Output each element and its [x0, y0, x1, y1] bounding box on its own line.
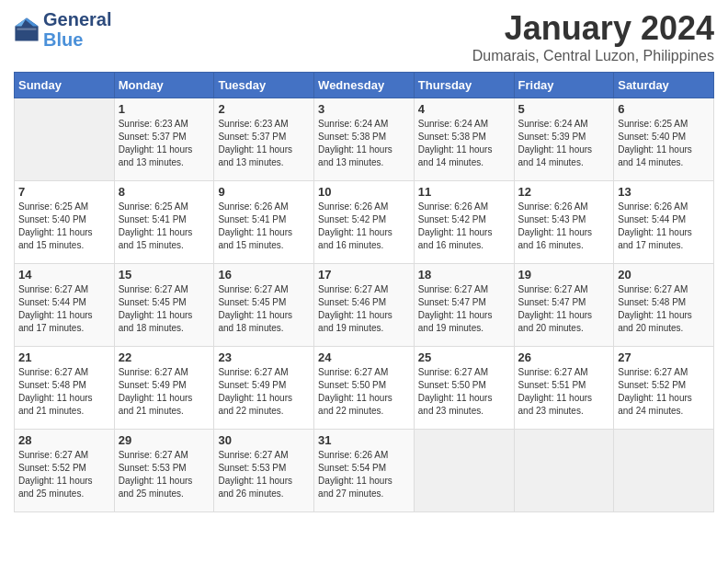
- calendar-week-3: 14Sunrise: 6:27 AMSunset: 5:44 PMDayligh…: [15, 264, 714, 347]
- cell-info: Sunset: 5:51 PM: [518, 379, 610, 392]
- calendar-cell: [514, 430, 614, 512]
- cell-info: Daylight: 11 hours: [119, 475, 210, 488]
- cell-info: Daylight: 11 hours: [518, 392, 610, 405]
- day-number: 21: [18, 350, 110, 364]
- cell-info: and 15 minutes.: [18, 239, 110, 252]
- cell-info: Daylight: 11 hours: [318, 226, 410, 239]
- cell-info: Sunset: 5:52 PM: [618, 379, 710, 392]
- cell-info: Sunset: 5:42 PM: [418, 213, 510, 226]
- calendar-cell: 3Sunrise: 6:24 AMSunset: 5:38 PMDaylight…: [314, 98, 415, 181]
- cell-info: Sunset: 5:53 PM: [119, 462, 210, 475]
- cell-info: and 16 minutes.: [318, 239, 410, 252]
- cell-info: Sunrise: 6:27 AM: [119, 449, 210, 462]
- cell-info: Sunrise: 6:27 AM: [18, 283, 110, 296]
- cell-info: and 26 minutes.: [218, 488, 310, 500]
- day-number: 2: [218, 102, 310, 116]
- cell-info: Sunset: 5:38 PM: [318, 131, 410, 144]
- cell-info: and 14 minutes.: [418, 156, 510, 169]
- cell-info: and 13 minutes.: [119, 156, 210, 169]
- calendar-week-2: 7Sunrise: 6:25 AMSunset: 5:40 PMDaylight…: [15, 181, 714, 264]
- cell-info: and 23 minutes.: [518, 405, 610, 418]
- day-number: 30: [218, 433, 310, 447]
- cell-info: Daylight: 11 hours: [618, 392, 710, 405]
- day-number: 14: [18, 268, 110, 282]
- day-number: 28: [18, 433, 110, 447]
- cell-info: and 13 minutes.: [218, 156, 310, 169]
- cell-info: Daylight: 11 hours: [119, 144, 210, 156]
- calendar-cell: 18Sunrise: 6:27 AMSunset: 5:47 PMDayligh…: [414, 264, 514, 347]
- cell-info: Sunrise: 6:27 AM: [18, 449, 110, 462]
- cell-info: Sunrise: 6:27 AM: [618, 366, 710, 379]
- day-number: 27: [618, 350, 710, 364]
- calendar-cell: 28Sunrise: 6:27 AMSunset: 5:52 PMDayligh…: [15, 430, 115, 512]
- cell-info: Sunset: 5:46 PM: [318, 296, 410, 309]
- cell-info: and 18 minutes.: [218, 322, 310, 335]
- header-row: SundayMondayTuesdayWednesdayThursdayFrid…: [15, 73, 714, 98]
- day-number: 5: [518, 102, 610, 116]
- cell-info: Sunrise: 6:27 AM: [119, 283, 210, 296]
- day-number: 31: [318, 433, 410, 447]
- day-number: 16: [218, 268, 310, 282]
- calendar-cell: 30Sunrise: 6:27 AMSunset: 5:53 PMDayligh…: [214, 430, 314, 512]
- calendar-cell: 10Sunrise: 6:26 AMSunset: 5:42 PMDayligh…: [314, 181, 415, 264]
- calendar-week-4: 21Sunrise: 6:27 AMSunset: 5:48 PMDayligh…: [15, 347, 714, 430]
- cell-info: Sunset: 5:47 PM: [418, 296, 510, 309]
- cell-info: and 20 minutes.: [618, 322, 710, 335]
- cell-info: Daylight: 11 hours: [318, 144, 410, 156]
- cell-info: and 16 minutes.: [418, 239, 510, 252]
- calendar-cell: 12Sunrise: 6:26 AMSunset: 5:43 PMDayligh…: [514, 181, 614, 264]
- calendar-cell: 13Sunrise: 6:26 AMSunset: 5:44 PMDayligh…: [614, 181, 714, 264]
- calendar-cell: 7Sunrise: 6:25 AMSunset: 5:40 PMDaylight…: [15, 181, 115, 264]
- cell-info: and 25 minutes.: [119, 488, 210, 500]
- calendar-cell: 2Sunrise: 6:23 AMSunset: 5:37 PMDaylight…: [214, 98, 314, 181]
- day-number: 6: [618, 102, 710, 116]
- day-number: 4: [418, 102, 510, 116]
- cell-info: Sunrise: 6:25 AM: [18, 201, 110, 213]
- day-number: 18: [418, 268, 510, 282]
- cell-info: Daylight: 11 hours: [119, 226, 210, 239]
- cell-info: Sunset: 5:45 PM: [218, 296, 310, 309]
- cell-info: and 13 minutes.: [318, 156, 410, 169]
- day-number: 19: [518, 268, 610, 282]
- cell-info: Daylight: 11 hours: [518, 144, 610, 156]
- cell-info: Sunset: 5:48 PM: [18, 379, 110, 392]
- cell-info: Sunset: 5:41 PM: [218, 213, 310, 226]
- day-number: 26: [518, 350, 610, 364]
- cell-info: Daylight: 11 hours: [618, 309, 710, 322]
- cell-info: and 22 minutes.: [318, 405, 410, 418]
- calendar-cell: [414, 430, 514, 512]
- calendar-cell: 27Sunrise: 6:27 AMSunset: 5:52 PMDayligh…: [614, 347, 714, 430]
- cell-info: and 15 minutes.: [218, 239, 310, 252]
- svg-rect-3: [17, 29, 37, 30]
- cell-info: Sunset: 5:44 PM: [18, 296, 110, 309]
- calendar-cell: 17Sunrise: 6:27 AMSunset: 5:46 PMDayligh…: [314, 264, 415, 347]
- cell-info: Sunrise: 6:27 AM: [518, 366, 610, 379]
- cell-info: and 19 minutes.: [318, 322, 410, 335]
- cell-info: Sunset: 5:48 PM: [618, 296, 710, 309]
- logo-icon: [14, 17, 40, 42]
- cell-info: Sunrise: 6:26 AM: [218, 201, 310, 213]
- cell-info: Sunrise: 6:27 AM: [418, 366, 510, 379]
- cell-info: Sunset: 5:43 PM: [518, 213, 610, 226]
- cell-info: and 24 minutes.: [618, 405, 710, 418]
- cell-info: and 20 minutes.: [518, 322, 610, 335]
- cell-info: Sunset: 5:49 PM: [218, 379, 310, 392]
- calendar-cell: 8Sunrise: 6:25 AMSunset: 5:41 PMDaylight…: [114, 181, 214, 264]
- day-number: 23: [218, 350, 310, 364]
- calendar-week-1: 1Sunrise: 6:23 AMSunset: 5:37 PMDaylight…: [15, 98, 714, 181]
- cell-info: Daylight: 11 hours: [218, 392, 310, 405]
- column-header-thursday: Thursday: [414, 73, 514, 98]
- cell-info: Sunset: 5:49 PM: [119, 379, 210, 392]
- calendar-cell: 6Sunrise: 6:25 AMSunset: 5:40 PMDaylight…: [614, 98, 714, 181]
- cell-info: Daylight: 11 hours: [18, 226, 110, 239]
- calendar-cell: 21Sunrise: 6:27 AMSunset: 5:48 PMDayligh…: [15, 347, 115, 430]
- calendar-cell: 26Sunrise: 6:27 AMSunset: 5:51 PMDayligh…: [514, 347, 614, 430]
- day-number: 1: [119, 102, 210, 116]
- calendar-cell: 29Sunrise: 6:27 AMSunset: 5:53 PMDayligh…: [114, 430, 214, 512]
- cell-info: Sunset: 5:42 PM: [318, 213, 410, 226]
- logo-text-block: General Blue: [43, 9, 111, 50]
- calendar-cell: 4Sunrise: 6:24 AMSunset: 5:38 PMDaylight…: [414, 98, 514, 181]
- calendar-cell: 25Sunrise: 6:27 AMSunset: 5:50 PMDayligh…: [414, 347, 514, 430]
- calendar-table: SundayMondayTuesdayWednesdayThursdayFrid…: [14, 72, 714, 512]
- day-number: 13: [618, 185, 710, 199]
